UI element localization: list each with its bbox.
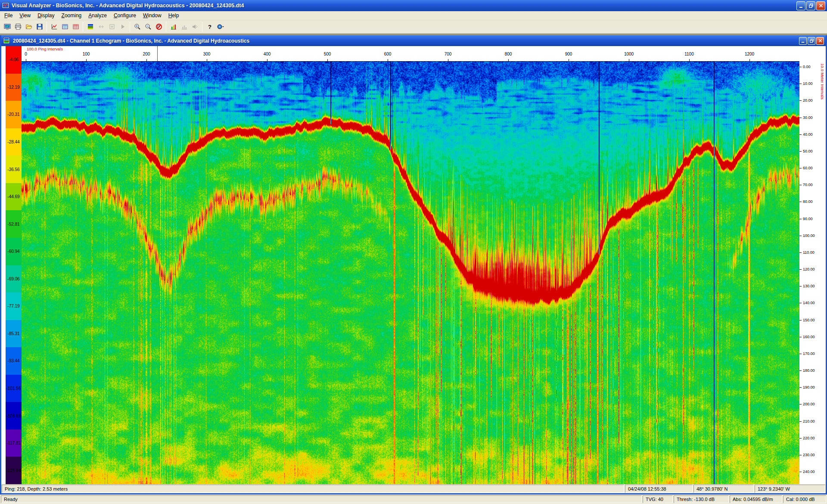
- color-scale-value: -4.06: [9, 57, 19, 62]
- child-restore-button[interactable]: [808, 37, 815, 45]
- toolbar-separator: [202, 22, 202, 31]
- toolbar-print-button[interactable]: [12, 22, 23, 32]
- toolbar-save-button[interactable]: [34, 22, 45, 32]
- settings-dropdown-icon: [217, 23, 224, 30]
- depth-tick-label: 160.00: [803, 335, 815, 339]
- child-titlebar[interactable]: 20080424_124305.dt4 - Channel 1 Echogram…: [1, 35, 826, 46]
- thresh-status: Thresh: -130.0 dB: [674, 495, 729, 503]
- depth-tick: [799, 455, 802, 455]
- ping-tick-label: 400: [264, 52, 271, 56]
- longitude-status: 123° 9.2340' W: [755, 485, 825, 493]
- depth-tick-label: 240.00: [803, 470, 815, 474]
- open-icon: [25, 23, 32, 30]
- color-scale-value: -85.31: [7, 331, 19, 336]
- menu-help[interactable]: Help: [165, 11, 183, 20]
- histogram-icon: [181, 23, 188, 30]
- menu-window[interactable]: Window: [140, 11, 165, 20]
- color-scale-value: -12.19: [7, 85, 19, 90]
- depth-tick-label: 140.00: [803, 301, 815, 305]
- toolbar-audio-button: [190, 22, 200, 32]
- ping-tick-label: 100: [83, 52, 90, 56]
- play-icon: [119, 23, 126, 30]
- color-scale: -4.06-12.19-20.31-28.44-36.56-44.69-52.8…: [6, 46, 22, 484]
- color-scale-band: -69.06: [6, 265, 22, 293]
- depth-tick-label: 150.00: [803, 318, 815, 322]
- child-close-button[interactable]: [816, 37, 824, 45]
- toolbar-zoom-out-button[interactable]: [143, 22, 153, 32]
- minimize-button[interactable]: [796, 1, 805, 10]
- ping-tick: [327, 59, 328, 61]
- color-scale-band: -117.81: [6, 429, 22, 457]
- toolbar-help-button[interactable]: ?: [204, 22, 215, 32]
- toolbar-chart-button[interactable]: [49, 22, 59, 32]
- menu-file[interactable]: File: [1, 11, 16, 20]
- grid-icon: [62, 23, 68, 30]
- ping-tick-label: 500: [324, 52, 331, 56]
- toolbar-grid-red-button[interactable]: [70, 22, 81, 32]
- depth-tick-label: 60.00: [803, 166, 813, 170]
- depth-tick: [799, 84, 802, 84]
- ping-tick-label: 900: [565, 52, 572, 56]
- depth-tick-label: 30.00: [803, 115, 813, 120]
- toolbar-zoom-off-button[interactable]: [153, 22, 164, 32]
- toolbar-grid-button[interactable]: [59, 22, 70, 32]
- toolbar-bar-chart-button[interactable]: [168, 22, 179, 32]
- new-view-icon: [4, 23, 11, 30]
- depth-tick: [799, 185, 802, 185]
- ping-cursor-line: [157, 46, 158, 61]
- depth-tick-label: 130.00: [803, 284, 815, 288]
- depth-tick-label: 0.00: [803, 65, 811, 69]
- depth-tick: [799, 202, 802, 202]
- depth-tick-label: 120.00: [803, 267, 815, 271]
- depth-tick: [799, 286, 802, 286]
- toolbar-echogram-button[interactable]: [85, 22, 96, 32]
- toolbar-open-button[interactable]: [23, 22, 34, 32]
- depth-tick: [799, 320, 802, 320]
- color-scale-value: -101.56: [6, 386, 21, 391]
- toolbar-new-view-button[interactable]: [2, 22, 12, 32]
- depth-tick: [799, 134, 802, 135]
- echogram-area[interactable]: [22, 62, 799, 484]
- ping-tick-label: 300: [203, 52, 211, 56]
- ping-ruler: 100.0 Ping Intervals 0100200300400500600…: [22, 46, 799, 62]
- echogram-canvas[interactable]: [22, 62, 799, 484]
- visual-analyzer-window: Visual Analyzer - BioSonics, Inc. - Adva…: [0, 0, 827, 504]
- titlebar[interactable]: Visual Analyzer - BioSonics, Inc. - Adva…: [0, 0, 827, 11]
- depth-tick-label: 220.00: [803, 436, 815, 440]
- depth-tick: [799, 252, 802, 253]
- chart-icon: [51, 23, 58, 30]
- color-scale-value: -44.69: [7, 194, 19, 199]
- toolbar-separator: [47, 22, 47, 31]
- depth-tick-label: 170.00: [803, 352, 815, 356]
- depth-tick-label: 100.00: [803, 233, 815, 238]
- restore-button[interactable]: [806, 1, 815, 10]
- child-window-title: 20080424_124305.dt4 - Channel 1 Echogram…: [13, 38, 799, 44]
- child-minimize-button[interactable]: [799, 37, 807, 45]
- menu-view[interactable]: View: [16, 11, 34, 20]
- color-scale-value: -69.06: [7, 277, 19, 281]
- depth-tick-label: 40.00: [803, 132, 813, 137]
- depth-tick: [799, 219, 802, 219]
- toolbar-zoom-in-button[interactable]: [132, 22, 143, 32]
- menu-configure[interactable]: Configure: [110, 11, 140, 20]
- color-scale-band: -44.69: [6, 183, 22, 211]
- depth-tick-label: 10.00: [803, 81, 813, 86]
- menu-analyze[interactable]: Analyze: [85, 11, 110, 20]
- ping-tick: [267, 59, 267, 61]
- toolbar-settings-dropdown-button[interactable]: [215, 22, 226, 32]
- depth-tick-label: 180.00: [803, 368, 815, 373]
- color-scale-value: -20.31: [7, 112, 19, 117]
- ping-tick: [146, 59, 147, 61]
- depth-tick: [799, 404, 802, 404]
- menu-display[interactable]: Display: [34, 11, 58, 20]
- depth-tick-label: 50.00: [803, 149, 813, 153]
- depth-tick-label: 230.00: [803, 453, 815, 457]
- toolbar-compress-button: [96, 22, 106, 32]
- depth-tick-label: 20.00: [803, 98, 813, 103]
- color-scale-value: -36.56: [7, 167, 19, 172]
- close-button[interactable]: [816, 1, 825, 10]
- color-scale-value: -28.44: [7, 140, 19, 144]
- save-icon: [36, 23, 43, 30]
- menu-zooming[interactable]: Zooming: [58, 11, 85, 20]
- ping-tick: [388, 59, 388, 61]
